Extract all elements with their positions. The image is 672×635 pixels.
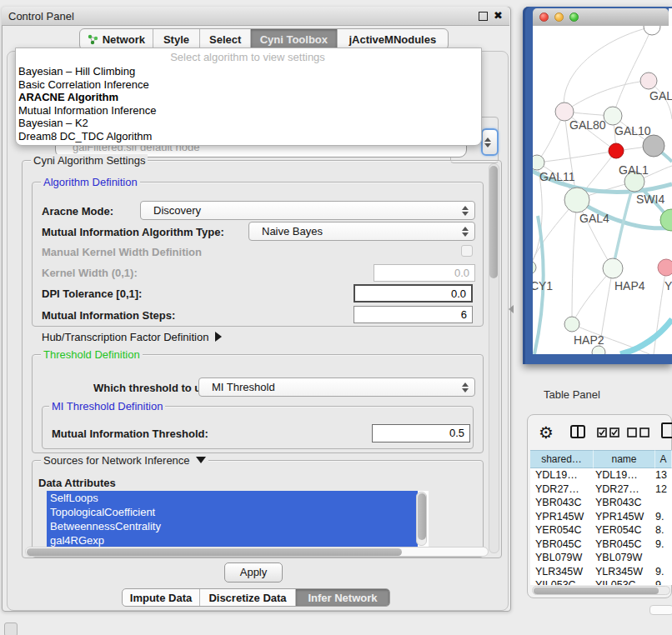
node-hap2[interactable]	[564, 317, 579, 332]
cell: YBR045C	[530, 538, 592, 552]
tab-jactivemnodules[interactable]: jActiveMNodules	[338, 29, 448, 49]
aracne-mode-label: Aracne Mode:	[42, 205, 113, 218]
deselect-all-columns-icon[interactable]	[627, 428, 650, 438]
node-unnamed-top[interactable]	[644, 26, 660, 35]
cell: YDR27…	[592, 482, 654, 497]
network-graph: GAL GAL80 GAL10 GAL1 GAL11 SWI4 GAL4 GCY…	[533, 26, 672, 354]
tab-impute-data[interactable]: Impute Data	[123, 589, 200, 606]
attribute-item-selected[interactable]: BetweennessCentrality	[47, 519, 418, 533]
close-traffic-light-icon[interactable]	[539, 12, 549, 22]
node-gal11[interactable]	[533, 155, 544, 170]
algorithm-option[interactable]: Mutual Information Inference	[18, 104, 469, 118]
cell: YIL053C	[530, 578, 592, 585]
which-threshold-value: MI Threshold	[212, 381, 275, 393]
network-canvas[interactable]: GAL GAL80 GAL10 GAL1 GAL11 SWI4 GAL4 GCY…	[533, 26, 672, 354]
table-row[interactable]: YBR043CYBR043C	[530, 496, 672, 510]
tab-cyni-toolbox[interactable]: Cyni Toolbox	[251, 29, 338, 49]
node-label: SWI4	[636, 192, 664, 206]
table-row[interactable]: YDL19…YDL19…13	[530, 468, 672, 482]
node-hap4[interactable]	[603, 258, 623, 278]
column-header-shared-name[interactable]: shared…	[530, 450, 594, 468]
node-gcy1[interactable]	[533, 261, 536, 274]
table-row[interactable]: YLR345WYLR345W9.	[530, 565, 672, 579]
select-all-columns-icon[interactable]	[597, 428, 620, 438]
node-ypink[interactable]	[658, 259, 672, 276]
table-row[interactable]: YBR045CYBR045C9.	[530, 538, 672, 552]
mi-steps-field[interactable]: 6	[354, 306, 473, 323]
node-gal1[interactable]	[609, 143, 624, 158]
columns-icon[interactable]	[570, 425, 585, 438]
tab-label: Network	[103, 33, 145, 46]
apply-button[interactable]: Apply	[224, 562, 283, 582]
kernel-width-field[interactable]: 0.0	[374, 264, 475, 282]
attributes-scrollbar-thumb[interactable]	[418, 493, 426, 540]
algorithm-option[interactable]: Bayesian – Hill Climbing	[18, 65, 469, 78]
mi-type-combobox[interactable]: Naive Bayes	[248, 222, 475, 241]
minimize-traffic-light-icon[interactable]	[554, 12, 564, 22]
tab-label: Infer Network	[308, 592, 377, 604]
tab-network[interactable]: Network	[80, 29, 153, 49]
background-combo-stepper[interactable]	[481, 128, 499, 156]
threshold-definition-title: Threshold Definition	[41, 348, 143, 361]
node-label: Y	[664, 279, 672, 292]
tab-infer-network[interactable]: Infer Network	[296, 589, 389, 606]
table-row[interactable]: YBL079WYBL079W	[530, 551, 672, 565]
cell: YDR27…	[530, 482, 592, 497]
node-gal4[interactable]	[564, 188, 589, 212]
attribute-item-selected[interactable]: gal4RGexp	[47, 533, 418, 547]
dpi-tolerance-field[interactable]: 0.0	[354, 284, 473, 302]
table-hscrollbar-thumb[interactable]	[534, 588, 659, 594]
algorithm-option[interactable]: Bayesian – K2	[18, 117, 469, 130]
settings-hscrollbar-thumb[interactable]	[27, 548, 402, 556]
algorithm-option-highlighted[interactable]: ARACNE Algorithm	[18, 91, 469, 104]
desktop: { "control_panel": { "title": "Control P…	[0, 0, 672, 635]
table-row[interactable]: YER054CYER054C8.	[530, 523, 672, 538]
mi-type-value: Naive Bayes	[262, 225, 323, 238]
expander-arrow-icon	[215, 332, 222, 342]
cell: YER054C	[530, 523, 592, 538]
table-row[interactable]: YDR27…YDR27…12	[530, 482, 672, 497]
node-label: GAL80	[569, 118, 606, 132]
minimized-panel-icon[interactable]	[4, 622, 18, 635]
node-gray[interactable]	[643, 135, 664, 157]
mi-threshold-field[interactable]: 0.5	[372, 424, 470, 442]
node-galx[interactable]	[640, 72, 657, 89]
close-icon[interactable]: ✖	[494, 12, 503, 20]
zoom-traffic-light-icon[interactable]	[569, 12, 579, 22]
node-label: GAL4	[579, 212, 609, 225]
table-row[interactable]: YPR145WYPR145W9.	[530, 510, 672, 524]
table-row[interactable]: YIL053CYIL053C9	[530, 578, 672, 585]
settings-group-title: Cyni Algorithm Settings	[31, 154, 148, 167]
sources-group-title[interactable]: Sources for Network Inference	[41, 454, 208, 467]
node-gal10[interactable]	[604, 107, 622, 125]
network-window-titlebar[interactable]	[533, 8, 669, 26]
panel-collapse-handle[interactable]	[509, 305, 514, 313]
which-threshold-combobox[interactable]: MI Threshold	[198, 378, 475, 397]
attribute-item-selected[interactable]: TopologicalCoefficient	[47, 505, 418, 519]
attribute-item-selected[interactable]: SelfLoops	[47, 491, 418, 505]
algorithm-option[interactable]: Dream8 DC_TDC Algorithm	[18, 130, 469, 143]
column-header-clipped[interactable]: A	[655, 450, 672, 468]
cell: 12	[654, 482, 672, 497]
cell: 9	[654, 578, 672, 585]
manual-kernel-checkbox[interactable]	[461, 245, 473, 257]
algorithm-option[interactable]: Basic Correlation Inference	[18, 78, 469, 92]
gear-icon[interactable]: ⚙	[539, 422, 554, 442]
settings-scrollbar-thumb[interactable]	[489, 166, 498, 278]
hub-definition-expander[interactable]: Hub/Transcription Factor Definition	[42, 331, 222, 343]
collapse-arrow-icon	[196, 457, 206, 463]
tab-style[interactable]: Style	[153, 29, 201, 49]
cell: YPR145W	[592, 510, 654, 524]
aracne-mode-combobox[interactable]: Discovery	[140, 201, 475, 220]
cell: YLR345W	[592, 565, 654, 579]
node-bottom[interactable]	[592, 346, 605, 354]
float-window-icon[interactable]	[479, 12, 488, 21]
control-panel-titlebar[interactable]: Control Panel ✖	[2, 7, 509, 26]
tab-select[interactable]: Select	[200, 29, 251, 49]
data-attributes-list: SelfLoops TopologicalCoefficient Between…	[47, 491, 429, 547]
export-table-icon[interactable]	[661, 422, 672, 438]
tab-label: Impute Data	[130, 592, 192, 604]
table-body: YDL19…YDL19…13 YDR27…YDR27…12 YBR043CYBR…	[530, 468, 672, 585]
column-header-name[interactable]: name	[594, 450, 655, 468]
tab-discretize-data[interactable]: Discretize Data	[200, 589, 296, 606]
